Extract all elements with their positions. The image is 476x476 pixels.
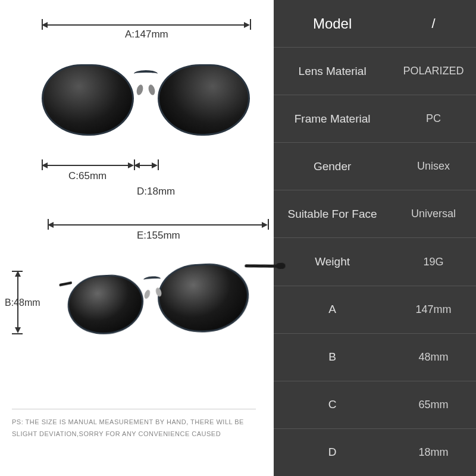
dimension-c-label: C:65mm: [68, 170, 107, 182]
spec-label: Suitable For Face: [274, 208, 391, 221]
angled-view-diagram: E:155mm B:48mm: [12, 214, 262, 422]
spec-value: 65mm: [391, 399, 476, 411]
table-row: Frame Material PC: [274, 95, 476, 143]
table-row: Model /: [274, 0, 476, 48]
table-row: A 147mm: [274, 286, 476, 334]
dimension-d-label: D:18mm: [137, 186, 175, 198]
spec-label: C: [274, 398, 391, 411]
dimension-e-label: E:155mm: [137, 230, 180, 242]
sunglasses-front-icon: [42, 60, 250, 143]
table-row: D 18mm: [274, 429, 476, 476]
table-row: C 65mm: [274, 381, 476, 429]
dimension-a-label: A:147mm: [125, 29, 168, 40]
spec-value: 18mm: [391, 446, 476, 459]
spec-value: POLARIZED: [391, 65, 476, 77]
spec-value: 147mm: [391, 303, 476, 316]
spec-label: Weight: [274, 255, 391, 268]
spec-value: /: [391, 16, 476, 32]
disclaimer-text: PS: THE SIZE IS MANUAL MEASUREMENT BY HA…: [12, 409, 256, 440]
front-view-diagram: A:147mm C:65mm D:18mm: [12, 18, 262, 208]
spec-label: B: [274, 350, 391, 364]
dimension-b-label: B:48mm: [5, 298, 40, 308]
table-row: Lens Material POLARIZED: [274, 48, 476, 95]
diagram-panel: A:147mm C:65mm D:18mm E:155mm: [0, 0, 274, 476]
specifications-table: Model / Lens Material POLARIZED Frame Ma…: [274, 0, 476, 476]
spec-value: PC: [391, 112, 476, 125]
spec-label: Model: [274, 15, 391, 32]
table-row: Weight 19G: [274, 238, 476, 286]
spec-label: Frame Material: [274, 112, 391, 126]
table-row: Suitable For Face Universal: [274, 190, 476, 238]
spec-label: A: [274, 303, 391, 316]
spec-value: 19G: [391, 256, 476, 268]
table-row: B 48mm: [274, 334, 476, 381]
spec-value: Unisex: [391, 160, 476, 173]
table-row: Gender Unisex: [274, 143, 476, 190]
spec-label: Gender: [274, 160, 391, 173]
spec-value: 48mm: [391, 351, 476, 364]
dimension-d-line: [134, 159, 158, 171]
spec-label: D: [274, 446, 391, 459]
spec-value: Universal: [391, 208, 476, 220]
dimension-c-line: [42, 159, 134, 171]
dimension-e-line: [48, 219, 268, 231]
sunglasses-angled-icon: [65, 257, 268, 369]
spec-label: Lens Material: [274, 65, 391, 78]
